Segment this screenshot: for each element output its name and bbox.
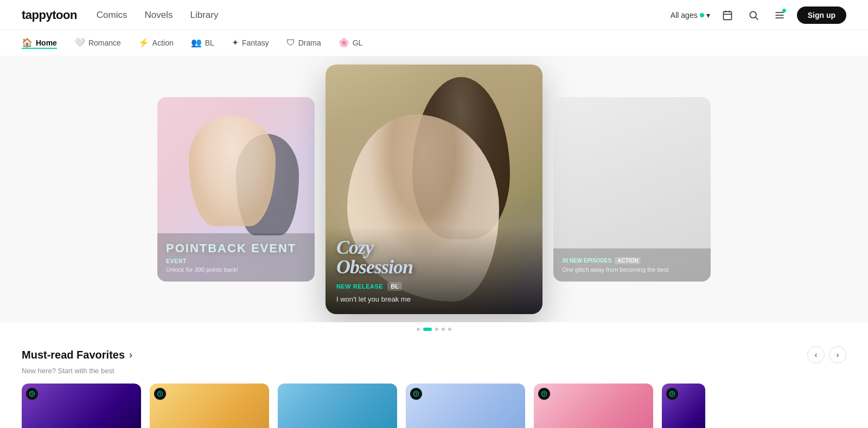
- carousel-right-card[interactable]: 30 NEW EPISODES ACTION One glitch away f…: [553, 97, 711, 282]
- age-dot-icon: [700, 13, 704, 17]
- main-card-title: Cozy Obsession: [336, 238, 532, 277]
- book-card-4[interactable]: [406, 384, 525, 428]
- age-selector[interactable]: All ages ▾: [671, 11, 710, 20]
- menu-icon[interactable]: [771, 7, 788, 24]
- right-action-tag: ACTION: [615, 257, 641, 264]
- nav-library[interactable]: Library: [190, 10, 218, 21]
- nav-comics[interactable]: Comics: [97, 10, 127, 21]
- flower-icon: 🌸: [339, 37, 349, 48]
- left-card-title: POINTBACK EVENT: [166, 242, 306, 255]
- main-nav: Comics Novels Library: [97, 10, 671, 21]
- subnav-bl[interactable]: 👥 BL: [191, 37, 214, 49]
- book-card-5[interactable]: [534, 384, 653, 428]
- dot-4[interactable]: [442, 328, 445, 331]
- section-title: Must-read Favorites: [22, 349, 125, 361]
- svg-rect-0: [723, 11, 731, 20]
- carousel-left-card[interactable]: POINTBACK EVENT EVENT Unlock for 300 poi…: [157, 97, 315, 282]
- next-arrow-button[interactable]: ›: [829, 346, 846, 363]
- clock-badge-1: [26, 388, 38, 400]
- books-row: [22, 384, 846, 428]
- must-read-section: Must-read Favorites › ‹ › New here? Star…: [0, 333, 868, 428]
- subnav-drama-label: Drama: [298, 39, 321, 47]
- clock-badge-6: [666, 388, 678, 400]
- notification-dot: [782, 9, 786, 12]
- nav-novels[interactable]: Novels: [145, 10, 173, 21]
- clock-badge-2: [154, 388, 166, 400]
- subnav-action[interactable]: ⚡ Action: [138, 37, 174, 49]
- bl-icon: 👥: [191, 37, 202, 48]
- dot-2[interactable]: [423, 328, 432, 331]
- chevron-down-icon: ▾: [706, 11, 710, 20]
- subnav-action-label: Action: [152, 39, 174, 47]
- subnav-home-label: Home: [36, 39, 57, 47]
- character-front-silhouette: [189, 116, 276, 226]
- hero-carousel: POINTBACK EVENT EVENT Unlock for 300 poi…: [0, 56, 868, 322]
- logo[interactable]: tappytoon: [22, 8, 77, 22]
- signup-button[interactable]: Sign up: [797, 7, 846, 24]
- left-card-desc: Unlock for 300 points back!: [166, 266, 306, 273]
- calendar-icon[interactable]: [719, 7, 736, 24]
- star-icon: ✦: [232, 37, 239, 48]
- book-art-1: [22, 384, 141, 428]
- age-label: All ages: [671, 11, 698, 20]
- subnav-romance-label: Romance: [88, 39, 121, 47]
- subnav-fantasy[interactable]: ✦ Fantasy: [232, 37, 269, 49]
- right-episodes-tag: 30 NEW EPISODES: [562, 258, 611, 264]
- book-art-2: [150, 384, 269, 428]
- header: tappytoon Comics Novels Library All ages…: [0, 0, 868, 30]
- subnav-home[interactable]: 🏠 Home: [22, 37, 57, 49]
- nav-arrows: ‹ ›: [807, 346, 846, 363]
- prev-arrow-button[interactable]: ‹: [807, 346, 825, 363]
- lightning-icon: ⚡: [138, 37, 149, 48]
- svg-point-4: [750, 11, 756, 18]
- clock-badge-5: [538, 388, 550, 400]
- book-art-4: [406, 384, 525, 428]
- subnav-gl[interactable]: 🌸 GL: [339, 37, 363, 49]
- subnav-bl-label: BL: [205, 39, 214, 47]
- book-art-5: [534, 384, 653, 428]
- dot-1[interactable]: [417, 328, 420, 331]
- book-card-3[interactable]: [278, 384, 397, 428]
- carousel-indicators: [0, 322, 868, 333]
- carousel-main-card[interactable]: Cozy Obsession NEW RELEASE BL I won't le…: [326, 65, 542, 314]
- search-icon[interactable]: [745, 7, 762, 24]
- book-art-3: [278, 384, 397, 428]
- subnav-fantasy-label: Fantasy: [242, 39, 269, 47]
- new-release-tag: NEW RELEASE: [336, 283, 383, 290]
- dot-5[interactable]: [448, 328, 451, 331]
- home-icon: 🏠: [22, 37, 33, 48]
- heart-icon: 🤍: [74, 37, 85, 48]
- carousel-track: POINTBACK EVENT EVENT Unlock for 300 poi…: [0, 56, 868, 322]
- left-card-tag: EVENT: [166, 258, 306, 264]
- subnav-romance[interactable]: 🤍 Romance: [74, 37, 121, 49]
- section-title-arrow[interactable]: ›: [129, 349, 132, 361]
- header-right: All ages ▾ Sign up: [671, 7, 846, 24]
- subnav-drama[interactable]: 🛡 Drama: [286, 38, 321, 49]
- section-subtitle: New here? Start with the best: [22, 367, 846, 375]
- right-card-desc: One glitch away from becoming the best: [562, 266, 702, 273]
- bl-tag: BL: [387, 282, 402, 291]
- main-card-subtitle: I won't let you break me: [336, 295, 532, 303]
- subnav-gl-label: GL: [353, 39, 363, 47]
- shield-icon: 🛡: [286, 38, 295, 48]
- clock-badge-4: [410, 388, 422, 400]
- sub-nav: 🏠 Home 🤍 Romance ⚡ Action 👥 BL ✦ Fantasy…: [0, 30, 868, 56]
- book-art-6: [662, 384, 705, 428]
- book-card-2[interactable]: [150, 384, 269, 428]
- svg-line-5: [755, 17, 758, 20]
- dot-3[interactable]: [435, 328, 438, 331]
- book-card-6[interactable]: [662, 384, 705, 428]
- book-card-1[interactable]: [22, 384, 141, 428]
